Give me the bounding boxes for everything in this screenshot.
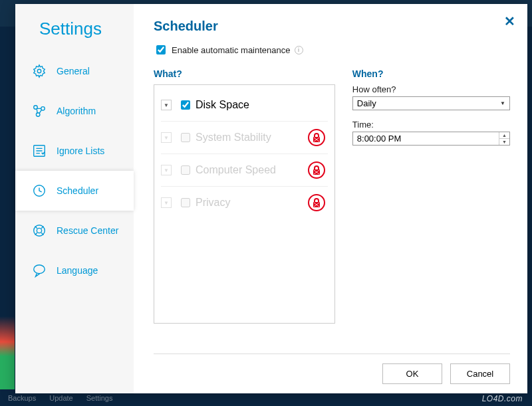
what-list-box: ▼ Disk Space ▼ System Stability ▼: [154, 84, 335, 324]
sidebar-item-label: General: [57, 66, 90, 76]
dialog-footer: OK Cancel: [154, 354, 510, 393]
what-checkbox-computer-speed: [181, 165, 190, 175]
when-column: When? How often? Daily ▼ Time: 8:00:00 P…: [352, 68, 510, 348]
disclosure-button[interactable]: ▼: [161, 165, 172, 175]
sidebar-item-label: Algorithm: [57, 106, 96, 116]
lock-icon[interactable]: [308, 161, 325, 179]
time-spinner: ▲ ▼: [499, 132, 509, 145]
sidebar-item-general[interactable]: General: [15, 51, 134, 91]
enable-maintenance-row: Enable automatic maintenance i: [154, 43, 510, 56]
sidebar-item-rescue-center[interactable]: Rescue Center: [15, 211, 134, 251]
enable-maintenance-label: Enable automatic maintenance: [172, 45, 291, 55]
main-panel: ✕ Scheduler Enable automatic maintenance…: [134, 4, 527, 393]
svg-point-8: [34, 265, 45, 274]
lock-icon[interactable]: [308, 194, 325, 211]
sidebar-item-label: Language: [57, 265, 98, 276]
sidebar-item-algorithm[interactable]: Algorithm: [15, 91, 134, 131]
lifebuoy-icon: [31, 223, 47, 239]
watermark: LO4D.com: [482, 394, 523, 403]
nodes-icon: [31, 103, 47, 119]
what-checkbox-privacy: [181, 198, 190, 207]
spinner-down[interactable]: ▼: [499, 139, 509, 145]
how-often-value: Daily: [357, 98, 376, 108]
what-row-privacy: ▼ Privacy: [161, 187, 328, 219]
what-label: System Stability: [196, 132, 271, 144]
what-row-computer-speed: ▼ Computer Speed: [161, 154, 328, 187]
disclosure-button[interactable]: ▼: [161, 100, 172, 110]
chevron-down-icon: ▼: [500, 100, 505, 106]
info-icon[interactable]: i: [295, 46, 303, 54]
spinner-up[interactable]: ▲: [499, 132, 509, 139]
what-row-system-stability: ▼ System Stability: [161, 122, 328, 154]
svg-point-0: [37, 69, 41, 73]
disclosure-button[interactable]: ▼: [161, 132, 172, 143]
svg-point-7: [37, 228, 41, 233]
settings-sidebar: Settings General Algorithm Ignore Lists …: [15, 4, 134, 393]
sidebar-item-label: Rescue Center: [57, 225, 118, 236]
what-title: What?: [154, 68, 335, 79]
what-column: What? ▼ Disk Space ▼ System Stability: [154, 68, 335, 348]
speech-icon: [31, 262, 47, 278]
clock-icon: [31, 183, 47, 199]
sidebar-item-label: Scheduler: [57, 185, 98, 196]
what-checkbox-disk-space[interactable]: [181, 100, 190, 110]
what-label: Privacy: [196, 197, 230, 209]
ok-button[interactable]: OK: [382, 363, 442, 384]
what-checkbox-system-stability: [181, 133, 190, 142]
sidebar-item-language[interactable]: Language: [15, 251, 134, 290]
cancel-button[interactable]: Cancel: [450, 363, 510, 384]
what-label: Disk Space: [196, 99, 249, 111]
list-check-icon: [31, 143, 47, 159]
sidebar-item-label: Ignore Lists: [57, 146, 104, 156]
how-often-select[interactable]: Daily ▼: [352, 96, 510, 110]
when-title: When?: [352, 68, 510, 79]
close-button[interactable]: ✕: [504, 13, 515, 29]
time-label: Time:: [352, 120, 510, 130]
what-label: Computer Speed: [196, 164, 276, 176]
settings-dialog: Settings General Algorithm Ignore Lists …: [15, 4, 527, 393]
sidebar-item-ignore-lists[interactable]: Ignore Lists: [15, 131, 134, 171]
gear-icon: [31, 63, 47, 79]
lock-icon[interactable]: [308, 129, 325, 146]
enable-maintenance-checkbox[interactable]: [156, 45, 166, 54]
time-input[interactable]: 8:00:00 PM: [353, 132, 499, 145]
background-accent: [0, 316, 15, 389]
sidebar-title: Settings: [15, 19, 134, 51]
how-often-label: How often?: [352, 84, 510, 94]
columns: What? ▼ Disk Space ▼ System Stability: [154, 68, 510, 348]
what-row-disk-space: ▼ Disk Space: [161, 89, 328, 122]
sidebar-item-scheduler[interactable]: Scheduler: [15, 171, 134, 211]
page-title: Scheduler: [154, 19, 510, 34]
time-input-wrapper: 8:00:00 PM ▲ ▼: [352, 132, 510, 146]
disclosure-button[interactable]: ▼: [161, 197, 172, 208]
